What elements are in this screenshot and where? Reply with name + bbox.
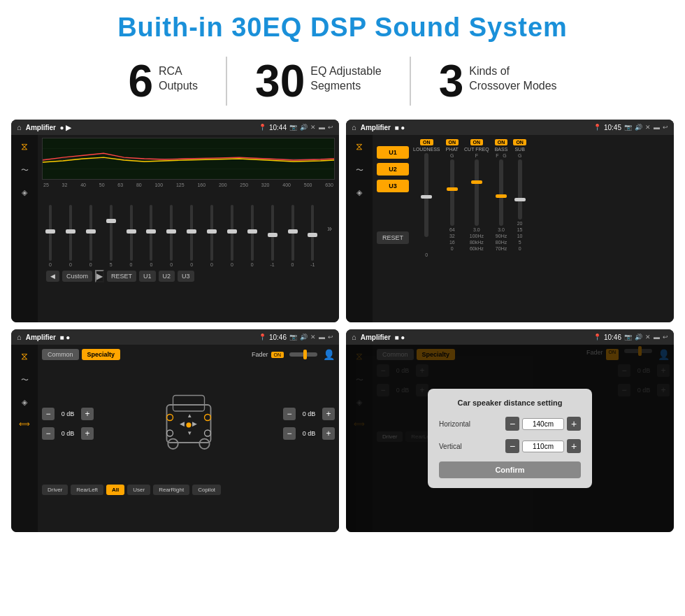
slider-col-8: 0 [186,205,197,267]
vol-icon-3[interactable]: ◈ [22,398,27,407]
back-icon-4[interactable]: ↩ [663,334,668,341]
custom-button[interactable]: Custom [62,271,92,282]
specialty-tab[interactable]: Specialty [82,349,121,360]
eq-icon-3[interactable]: ⧖ [21,350,28,362]
stat-number-3: 3 [439,59,464,103]
screen2: ⌂ Amplifier ■ ● 📍 10:45 📷 🔊 ✕ ▬ ↩ ⧖ 〜 ◈ [346,120,674,322]
db-minus-4[interactable]: − [283,427,296,440]
loudness-channel: ON LOUDNESS 0 [413,139,440,257]
u1-button[interactable]: U1 [139,271,156,282]
svg-point-12 [186,422,191,427]
tb-home-icon-2[interactable]: ⌂ [352,123,356,131]
minus-icon-2[interactable]: ▬ [654,124,660,131]
car-diagram: ◀ ▶ ▲ ▼ [99,385,277,462]
close-icon-4[interactable]: ✕ [645,334,651,341]
eq-lbl-50: 50 [99,182,105,187]
horizontal-stepper: − 140cm + [505,417,581,431]
u1-preset[interactable]: U1 [377,146,409,159]
user-btn[interactable]: User [127,485,150,495]
u2-button[interactable]: U2 [159,271,175,282]
vol-icon-2[interactable]: ◈ [356,188,362,197]
location-icon-3: 📍 [259,334,266,341]
play-button[interactable]: ▶ [95,270,104,282]
fader-slider[interactable] [289,352,317,357]
minus-icon-3[interactable]: ▬ [319,334,325,341]
close-icon[interactable]: ✕ [310,124,316,131]
common-tab[interactable]: Common [42,349,79,360]
back-icon-2[interactable]: ↩ [663,124,668,131]
eq-icon[interactable]: ⧖ [21,141,28,152]
fader-left-controls: − 0 dB + − 0 dB + [42,408,94,440]
stat-crossover: 3 Kinds ofCrossover Modes [411,59,585,103]
horizontal-value: 140cm [522,418,564,430]
horizontal-plus[interactable]: + [567,417,581,431]
reset-preset[interactable]: RESET [377,231,409,244]
svg-rect-5 [173,396,204,412]
tb-home-icon-3[interactable]: ⌂ [17,333,22,341]
fader-tabs: Common Specialty Fader ON 👤 [42,349,335,360]
volume-icon-2: 🔊 [635,124,642,131]
sub-channel: ON SUB G 20 15 10 5 0 [513,139,526,257]
db-plus-3[interactable]: + [322,408,335,420]
horizontal-minus[interactable]: − [505,417,519,431]
rearright-btn[interactable]: RearRight [153,485,189,495]
screen3-topbar: ⌂ Amplifier ■ ● 📍 10:46 📷 🔊 ✕ ▬ ↩ [11,329,339,345]
back-icon-3[interactable]: ↩ [328,334,333,341]
tb-home-icon[interactable]: ⌂ [17,123,22,131]
wave-icon[interactable]: 〜 [21,165,29,176]
tb-home-icon-4[interactable]: ⌂ [352,333,356,341]
copilot-btn[interactable]: Copilot [192,485,221,495]
db-control-2: − 0 dB + [42,427,94,440]
stat-number-6: 6 [128,59,153,103]
db-value-2: 0 dB [57,430,78,437]
vol-icon[interactable]: ◈ [22,188,27,197]
wave-icon-3[interactable]: 〜 [21,375,29,385]
screen4: ⌂ Amplifier ■ ● 📍 10:46 📷 🔊 ✕ ▬ ↩ ⧖ 〜 ◈ … [346,329,674,532]
wave-icon-2[interactable]: 〜 [356,165,363,176]
db-control-4: − 0 dB + [283,427,335,440]
u3-preset[interactable]: U3 [377,180,409,192]
minus-icon[interactable]: ▬ [319,124,325,131]
reset-button[interactable]: RESET [107,271,136,282]
db-plus-2[interactable]: + [81,427,94,440]
screen2-title: Amplifier ■ ● [361,124,589,131]
db-value-4: 0 dB [298,430,319,437]
close-icon-2[interactable]: ✕ [645,124,651,131]
eq-icon-2[interactable]: ⧖ [356,141,363,152]
dialog-overlay: Car speaker distance setting Horizontal … [346,345,674,532]
db-plus-1[interactable]: + [81,408,94,420]
db-minus-2[interactable]: − [42,427,55,440]
eq-bottom-row: ◀ Custom ▶ RESET U1 U2 U3 [42,267,335,285]
prev-button[interactable]: ◀ [46,271,59,282]
db-control-3: − 0 dB + [283,408,335,420]
fader-content: Common Specialty Fader ON 👤 [38,345,339,532]
expand-arrows[interactable]: » [327,224,332,234]
db-value-3: 0 dB [298,410,319,417]
vertical-plus[interactable]: + [567,439,581,453]
confirm-button[interactable]: Confirm [439,461,581,478]
u3-button[interactable]: U3 [178,271,194,282]
rearleft-btn[interactable]: RearLeft [71,485,103,495]
close-icon-3[interactable]: ✕ [310,334,316,341]
back-icon[interactable]: ↩ [328,124,333,131]
screen2-body: ⧖ 〜 ◈ U1 U2 U3 RESET ON [346,135,674,322]
svg-text:▼: ▼ [187,430,192,436]
stat-text-crossover: Kinds ofCrossover Modes [469,59,556,94]
amp-presets-col: U1 U2 U3 RESET ON LOUDNESS [377,139,670,318]
driver-btn[interactable]: Driver [42,485,68,495]
slider-col-6: 0 [145,205,157,267]
svg-point-11 [204,430,210,436]
vertical-minus[interactable]: − [505,439,519,453]
eq-lbl-400: 400 [282,182,291,187]
arrows-icon-3[interactable]: ⟺ [19,420,30,429]
slider-col-9: 0 [206,205,217,267]
db-minus-1[interactable]: − [42,408,55,420]
u2-preset[interactable]: U2 [377,163,409,176]
db-minus-3[interactable]: − [283,408,296,420]
camera-icon-3: 📷 [289,334,297,341]
all-btn[interactable]: All [106,485,124,495]
bass-channel: ON BASS F G 3.0 90Hz 80Hz 70Hz [495,139,508,257]
tb-time-3: 10:46 [269,334,287,341]
minus-icon-4[interactable]: ▬ [654,334,660,341]
db-plus-4[interactable]: + [322,427,335,440]
